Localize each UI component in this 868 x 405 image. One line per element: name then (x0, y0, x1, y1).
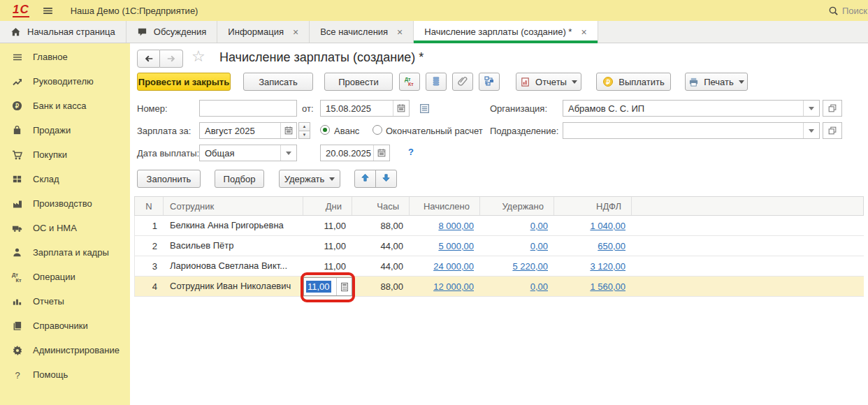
column-header-3[interactable]: Дни (303, 197, 352, 215)
organization-open-button[interactable] (823, 100, 842, 117)
accrued-link[interactable]: 12 000,00 (433, 281, 474, 292)
cell-days[interactable]: 11,00 (303, 236, 352, 256)
accrued-link[interactable]: 5 000,00 (438, 241, 474, 251)
favorite-star-icon[interactable]: ☆ (191, 47, 205, 66)
sidebar-item-справочники[interactable]: Справочники (0, 314, 130, 338)
number-input[interactable] (199, 100, 297, 117)
reports-button[interactable]: Отчеты (516, 73, 581, 91)
radio-advance-label[interactable]: Аванс (334, 126, 359, 136)
document-list-icon[interactable] (418, 102, 431, 115)
table-row[interactable]: 1 Белкина Анна Григорьевна 11,00 88,00 8… (134, 216, 864, 236)
month-stepper[interactable]: ▲ ▼ (298, 122, 310, 139)
calendar-icon[interactable] (373, 145, 389, 161)
post-button[interactable]: Провести (324, 73, 393, 91)
radio-final-settlement[interactable] (372, 125, 382, 135)
ndfl-link[interactable]: 650,00 (598, 241, 625, 251)
column-header-5[interactable]: Начислено (410, 197, 480, 215)
department-select[interactable] (563, 122, 820, 139)
post-and-close-button[interactable]: Провести и закрыть (137, 73, 231, 91)
sidebar-item-зарплата-и-кадры[interactable]: Зарплата и кадры (0, 240, 130, 265)
tab-3[interactable]: Информация × (217, 21, 310, 43)
cell-employee[interactable]: Сотрудник Иван Николаевич (164, 277, 303, 297)
chevron-down-icon[interactable] (803, 123, 819, 138)
ndfl-link[interactable]: 3 120,00 (590, 261, 625, 272)
tab-5[interactable]: Начисление зарплаты (создание) * × (414, 21, 598, 43)
cell-days[interactable]: 11,00 (303, 256, 352, 276)
column-header-6[interactable]: Удержано (480, 197, 554, 215)
calendar-icon[interactable] (393, 101, 409, 116)
cell-employee[interactable]: Васильев Пётр (164, 236, 303, 256)
chevron-down-icon[interactable] (280, 145, 296, 161)
register-records-button[interactable] (426, 73, 447, 91)
column-header-1[interactable]: N (135, 197, 164, 215)
cell-hours[interactable]: 88,00 (352, 277, 410, 297)
sidebar-item-банк-и-касса[interactable]: ₽ Банк и касса (0, 94, 130, 118)
cell-hours[interactable]: 88,00 (352, 216, 410, 235)
withhold-button[interactable]: Удержать (279, 170, 340, 188)
withheld-link[interactable]: 5 220,00 (512, 261, 548, 272)
days-edit-input[interactable]: 11,00 (303, 277, 352, 296)
salary-month-input[interactable]: Август 2025 (199, 122, 297, 139)
cell-employee[interactable]: Белкина Анна Григорьевна (164, 216, 303, 235)
column-header-7[interactable]: НДФЛ (554, 197, 632, 215)
withheld-link[interactable]: 0,00 (530, 241, 548, 251)
calendar-icon[interactable] (280, 123, 296, 138)
tab-close-icon[interactable]: × (293, 27, 298, 38)
sidebar-item-продажи[interactable]: Продажи (0, 118, 130, 142)
print-button[interactable]: Печать (685, 73, 748, 91)
pick-button[interactable]: Подбор (215, 170, 264, 188)
sidebar-item-ос-и-нма[interactable]: ОС и НМА (0, 216, 130, 240)
pay-button[interactable]: ₽ Выплатить (596, 73, 671, 91)
back-button[interactable] (137, 50, 160, 68)
tab-1[interactable]: Начальная страница (0, 21, 126, 43)
cell-hours[interactable]: 44,00 (352, 236, 410, 256)
chevron-down-icon[interactable] (803, 101, 819, 116)
fill-button[interactable]: Заполнить (137, 170, 201, 188)
cell-hours[interactable]: 44,00 (352, 256, 410, 276)
table-row[interactable]: 4 Сотрудник Иван Николаевич 11,00 88,00 … (134, 277, 864, 297)
tab-close-icon[interactable]: × (581, 27, 586, 38)
move-row-down-button[interactable] (375, 170, 397, 188)
sidebar-item-отчеты[interactable]: Отчеты (0, 289, 130, 314)
sidebar-item-производство[interactable]: Производство (0, 191, 130, 216)
sidebar-item-администрирование[interactable]: Администрирование (0, 338, 130, 362)
stepper-up-icon[interactable]: ▲ (298, 122, 310, 131)
cell-days-editing[interactable]: 11,00 (303, 277, 352, 297)
table-row[interactable]: 2 Васильев Пётр 11,00 44,00 5 000,00 0,0… (134, 236, 864, 256)
table-row[interactable]: 3 Ларионова Светлана Викт... 11,00 44,00… (134, 256, 864, 277)
sidebar-item-руководителю[interactable]: Руководителю (0, 69, 130, 94)
radio-advance[interactable] (320, 125, 330, 135)
cell-employee[interactable]: Ларионова Светлана Викт... (164, 256, 303, 276)
stepper-down-icon[interactable]: ▼ (298, 131, 310, 140)
sidebar-item-помощь[interactable]: ? Помощь (0, 362, 130, 387)
tab-close-icon[interactable]: × (397, 27, 403, 38)
withheld-link[interactable]: 0,00 (530, 281, 548, 292)
pay-date-input[interactable]: 20.08.2025 (320, 145, 390, 161)
department-open-button[interactable] (823, 122, 842, 139)
organization-select[interactable]: Абрамов С. С. ИП (563, 100, 820, 117)
column-header-4[interactable]: Часы (352, 197, 410, 215)
withheld-link[interactable]: 0,00 (530, 221, 548, 231)
help-link[interactable]: ? (408, 147, 414, 157)
dtkt-postings-button[interactable]: ДтКт (399, 73, 420, 91)
main-menu-icon[interactable] (42, 5, 54, 17)
global-search[interactable]: Поиск (828, 0, 867, 21)
move-row-up-button[interactable] (354, 170, 376, 188)
accrued-link[interactable]: 24 000,00 (433, 261, 474, 272)
attachments-button[interactable] (452, 73, 473, 91)
sidebar-item-покупки[interactable]: Покупки (0, 142, 130, 167)
doc-date-input[interactable]: 15.08.2025 (320, 100, 410, 117)
calculator-icon[interactable] (337, 282, 352, 292)
ndfl-link[interactable]: 1 560,00 (590, 281, 625, 292)
structure-button[interactable] (479, 73, 500, 91)
pay-date-mode-select[interactable]: Общая (199, 145, 297, 161)
accrued-link[interactable]: 8 000,00 (438, 221, 474, 231)
tab-2[interactable]: Обсуждения (126, 21, 218, 43)
column-header-2[interactable]: Сотрудник (164, 197, 303, 215)
sidebar-item-операции[interactable]: ДтКт Операции (0, 265, 130, 289)
radio-final-label[interactable]: Окончательный расчет (386, 126, 483, 136)
sidebar-item-главное[interactable]: Главное (0, 45, 130, 69)
forward-button[interactable] (160, 50, 183, 68)
save-button[interactable]: Записать (243, 73, 313, 91)
ndfl-link[interactable]: 1 040,00 (590, 221, 625, 231)
